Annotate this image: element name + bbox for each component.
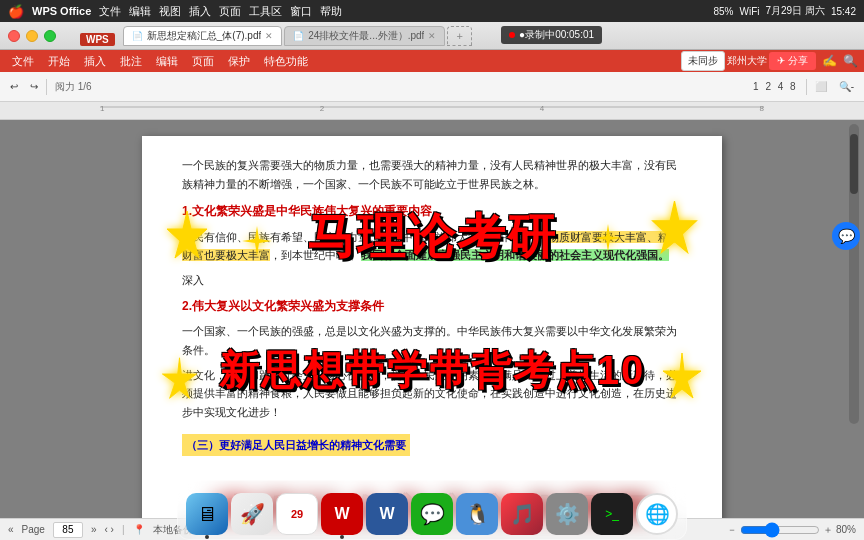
dock-launchpad[interactable]: 🚀 [231,493,273,535]
doc-tab-2-label: 24排校文件最...外泄）.pdf [308,29,424,43]
doc-tab-1-label: 新思想定稿汇总_体(7).pdf [147,29,261,43]
menubar-wifi-icon: WiFi [740,6,760,17]
dock: 🖥 🚀 29 W W 💬 🐧 🎵 ⚙️ >_ 🌐 [177,480,687,540]
launchpad-icon: 🚀 [240,502,265,526]
menubar-app-name[interactable]: WPS Office [32,5,91,17]
doc-tab-2[interactable]: 📄 24排校文件最...外泄）.pdf ✕ [284,26,445,46]
ribbon-insert[interactable]: 插入 [78,52,112,71]
recording-time: ●录制中00:05:01 [519,28,594,42]
menubar-page[interactable]: 页面 [219,4,241,19]
status-left: « Page » ‹ › | 📍 本地备份 [8,522,193,538]
chrome-icon: 🌐 [645,502,670,526]
menubar-insert[interactable]: 插入 [189,4,211,19]
doc-para-1: 一个民族的复兴需要强大的物质力量，也需要强大的精神力量，没有人民精神世界的极大丰… [182,156,682,193]
zoom-level: 80% [836,524,856,535]
zoom-out-icon[interactable]: － [727,523,737,537]
wps-window: WPS 📄 新思想定稿汇总_体(7).pdf ✕ 📄 24排校文件最...外泄）… [0,22,864,540]
page-input[interactable] [53,522,83,538]
zoom-slider[interactable] [740,522,820,538]
doc-tab-1[interactable]: 📄 新思想定稿汇总_体(7).pdf ✕ [123,26,282,46]
menubar-view[interactable]: 视图 [159,4,181,19]
toolbar-redo[interactable]: ↪ [26,79,42,94]
wps-logo: WPS [80,33,115,46]
menubar-tools[interactable]: 工具区 [249,4,282,19]
tab-2-close-icon[interactable]: ✕ [428,31,436,41]
music-icon: 🎵 [510,502,535,526]
document-page: 一个民族的复兴需要强大的物质力量，也需要强大的精神力量，没有人民精神世界的极大丰… [142,136,722,518]
dock-qq[interactable]: 🐧 [456,493,498,535]
content-area: 一个民族的复兴需要强大的物质力量，也需要强大的精神力量，没有人民精神世界的极大丰… [0,120,864,518]
tab-1-close-icon[interactable]: ✕ [265,31,273,41]
svg-marker-2 [162,358,196,399]
ribbon-special[interactable]: 特色功能 [258,52,314,71]
scrollbar-thumb[interactable] [850,134,858,194]
toolbar: ↩ ↪ 阅力 1/6 1 2 4 8 ⬜ 🔍- [0,72,864,102]
menubar-edit[interactable]: 编辑 [129,4,151,19]
sparkle-mid-left [157,356,202,407]
wechat-icon: 💬 [420,502,445,526]
dock-wps[interactable]: W [321,493,363,535]
ribbon-comment[interactable]: 批注 [114,52,148,71]
dock-music[interactable]: 🎵 [501,493,543,535]
chat-float-button[interactable]: 💬 [832,222,860,250]
doc-tab-1-icon: 📄 [132,31,143,41]
menubar-left: 🍎 WPS Office 文件 编辑 视图 插入 页面 工具区 窗口 帮助 [8,4,342,19]
status-nav-left[interactable]: « [8,524,14,535]
svg-marker-1 [653,201,697,253]
menubar-help[interactable]: 帮助 [320,4,342,19]
toolbar-page-info: 阅力 1/6 [51,78,96,96]
ribbon-file[interactable]: 文件 [6,52,40,71]
fullscreen-button[interactable] [44,30,56,42]
qq-icon: 🐧 [465,502,490,526]
menubar-battery: 85% [713,6,733,17]
dock-preferences[interactable]: ⚙️ [546,493,588,535]
ribbon-edit[interactable]: 编辑 [150,52,184,71]
apple-logo-icon[interactable]: 🍎 [8,4,24,19]
sparkle-top-right [647,201,702,262]
traffic-lights [8,30,56,42]
new-tab-button[interactable]: + [447,26,471,46]
search-icon[interactable]: 🔍 [843,54,858,68]
doc-heading-3: （三）更好满足人民日益增长的精神文化需要 [182,434,410,457]
dock-finder[interactable]: 🖥 [186,493,228,535]
zoom-in-icon[interactable]: ＋ [823,523,833,537]
menubar-window[interactable]: 窗口 [290,4,312,19]
dock-chrome[interactable]: 🌐 [636,493,678,535]
share-button[interactable]: ✈ 分享 [769,52,816,70]
ribbon-page[interactable]: 页面 [186,52,220,71]
status-arrows[interactable]: ‹ › [104,524,113,535]
scrollbar-track[interactable] [849,124,859,424]
ribbon-top: 文件 开始 插入 批注 编辑 页面 保护 特色功能 未同步 郑州大学 ✈ 分享 … [0,50,864,72]
comment-icon[interactable]: ✍ [822,54,837,68]
svg-marker-0 [167,211,207,258]
toolbar-zoom-out[interactable]: 🔍- [835,79,858,94]
cloud-sync-button[interactable]: 未同步 [681,51,725,71]
overlay-title-1: 马理论考研 [307,196,557,278]
toolbar-fit-page[interactable]: ⬜ [811,79,831,94]
status-location-icon: 📍 [133,524,145,535]
ribbon-home[interactable]: 开始 [42,52,76,71]
ruler: 1 2 4 8 [0,102,864,120]
minimize-button[interactable] [26,30,38,42]
recording-dot [509,32,515,38]
ribbon-protect[interactable]: 保护 [222,52,256,71]
recording-badge: ●录制中00:05:01 [501,26,602,44]
menubar-file[interactable]: 文件 [99,4,121,19]
left-panel [0,120,20,518]
terminal-icon: >_ [605,507,619,521]
svg-marker-3 [663,353,701,398]
dock-word[interactable]: W [366,493,408,535]
status-right: － ＋ 80% [727,522,856,538]
dock-terminal[interactable]: >_ [591,493,633,535]
status-page-num: Page [22,524,45,535]
university-label: 郑州大学 [727,54,767,68]
close-button[interactable] [8,30,20,42]
zoom-control: － ＋ 80% [727,522,856,538]
sparkle-4pt-2 [594,224,622,258]
dock-calendar[interactable]: 29 [276,493,318,535]
dock-wechat[interactable]: 💬 [411,493,453,535]
doc-heading-2: 2.伟大复兴以文化繁荣兴盛为支撑条件 [182,296,682,316]
status-nav-right[interactable]: » [91,524,97,535]
calendar-icon: 29 [291,508,303,520]
toolbar-undo[interactable]: ↩ [6,79,22,94]
